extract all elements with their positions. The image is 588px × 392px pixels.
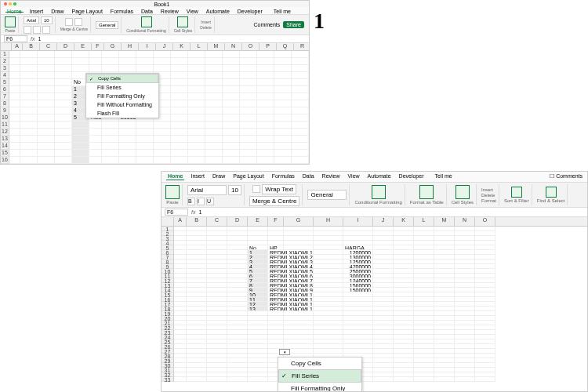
cell[interactable] [55, 107, 72, 114]
cell[interactable] [274, 79, 292, 86]
cell[interactable] [257, 136, 274, 143]
cell[interactable] [205, 150, 223, 157]
tell-me[interactable]: Tell me [435, 173, 452, 180]
cell[interactable] [394, 377, 414, 382]
col-header[interactable]: B [23, 43, 40, 50]
cell[interactable] [20, 93, 38, 100]
tab-developer[interactable]: Developer [397, 173, 426, 180]
cell[interactable] [72, 51, 89, 58]
cell[interactable] [455, 377, 475, 382]
cell[interactable] [274, 93, 292, 100]
cell[interactable] [223, 72, 240, 79]
cell[interactable] [223, 157, 240, 164]
cell[interactable] [227, 377, 248, 382]
cell[interactable] [274, 122, 292, 129]
cell[interactable] [154, 157, 171, 164]
col-header[interactable]: H [314, 217, 343, 226]
cell[interactable] [136, 136, 154, 143]
cell[interactable] [9, 157, 20, 164]
cell[interactable] [188, 122, 205, 129]
col-header[interactable]: I [343, 217, 373, 226]
cell[interactable] [119, 65, 136, 72]
tab-automate[interactable]: Automate [366, 173, 393, 180]
tab-data[interactable]: Data [301, 173, 316, 180]
cell[interactable] [274, 72, 292, 79]
cell[interactable] [72, 129, 89, 136]
cell[interactable] [274, 65, 292, 72]
cell[interactable] [20, 114, 38, 122]
cell[interactable] [72, 122, 89, 129]
col-header[interactable]: G [104, 43, 122, 50]
cell[interactable] [188, 114, 205, 122]
cell[interactable] [188, 107, 205, 114]
comments-button[interactable]: ☐ Comments [550, 173, 583, 180]
cell[interactable] [9, 114, 20, 122]
cell[interactable] [171, 65, 188, 72]
cell[interactable] [292, 65, 309, 72]
cell[interactable] [223, 65, 240, 72]
cell[interactable] [205, 114, 223, 122]
cell[interactable] [223, 86, 240, 93]
underline-button[interactable]: U [206, 198, 214, 205]
fontsize-select[interactable]: 10 [41, 16, 53, 24]
row-header[interactable]: 1 [1, 51, 9, 58]
menu-item-fill-formatting-only[interactable]: Fill Formatting Only [86, 92, 158, 100]
col-header[interactable]: J [156, 43, 173, 50]
cell[interactable] [171, 150, 188, 157]
cell[interactable] [20, 79, 38, 86]
tab-formulas[interactable]: Formulas [109, 9, 135, 13]
cell[interactable] [72, 157, 89, 164]
tab-review[interactable]: Review [321, 173, 342, 180]
cell[interactable] [20, 72, 38, 79]
cell[interactable] [89, 58, 102, 65]
cell[interactable] [240, 58, 257, 65]
cell[interactable] [154, 65, 171, 72]
cell[interactable] [292, 86, 309, 93]
cell[interactable] [257, 58, 274, 65]
cell[interactable] [274, 136, 292, 143]
cell[interactable] [38, 122, 55, 129]
cell[interactable] [38, 79, 55, 86]
name-box[interactable]: F6 [4, 35, 27, 42]
cell[interactable] [257, 157, 274, 164]
cell[interactable] [119, 129, 136, 136]
cell[interactable] [292, 72, 309, 79]
row-header[interactable]: 10 [1, 114, 9, 122]
cell[interactable] [274, 150, 292, 157]
col-header[interactable]: N [225, 43, 242, 50]
cell[interactable] [292, 100, 309, 107]
col-header[interactable]: Q [277, 43, 294, 50]
col-header[interactable]: D [227, 217, 248, 226]
font-select[interactable]: Arial [187, 185, 227, 195]
cell[interactable] [136, 129, 154, 136]
cell[interactable] [188, 150, 205, 157]
cell[interactable] [20, 122, 38, 129]
cell[interactable] [55, 79, 72, 86]
cell[interactable] [274, 129, 292, 136]
cell[interactable] [414, 377, 434, 382]
cell[interactable] [38, 93, 55, 100]
cell[interactable] [38, 86, 55, 93]
tab-draw[interactable]: Draw [211, 173, 227, 180]
cell[interactable] [171, 58, 188, 65]
cell[interactable] [20, 136, 38, 143]
cell[interactable] [55, 93, 72, 100]
cell[interactable] [188, 58, 205, 65]
italic-button[interactable] [33, 26, 41, 34]
row-header[interactable]: 6 [1, 86, 9, 93]
col-header[interactable]: G [284, 217, 314, 226]
col-header[interactable]: B [187, 217, 207, 226]
cell[interactable] [9, 143, 20, 150]
cell[interactable] [55, 58, 72, 65]
row-header[interactable]: 5 [1, 79, 9, 86]
cell[interactable] [240, 150, 257, 157]
cell[interactable] [373, 377, 394, 382]
number-format-select[interactable]: General [96, 21, 118, 29]
row-header[interactable]: 2 [1, 58, 9, 65]
cell[interactable] [223, 107, 240, 114]
minimize-icon[interactable] [9, 2, 12, 5]
cell[interactable] [257, 65, 274, 72]
cell[interactable] [257, 72, 274, 79]
fx-icon[interactable]: fx [191, 209, 195, 215]
cell[interactable] [292, 129, 309, 136]
